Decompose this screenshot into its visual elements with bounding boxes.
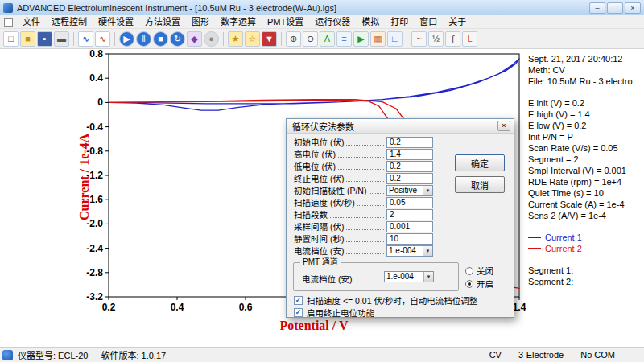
select-value: 1.e-004 [387, 246, 423, 256]
pmt-on-radio[interactable]: 开启 [465, 278, 493, 290]
minimize-button[interactable]: – [589, 2, 605, 14]
menu-item-9[interactable]: 打印 [385, 15, 414, 28]
dialog-field-row: 静置时间 (秒)10 [287, 232, 514, 245]
cv-setup-icon[interactable]: ∿ [78, 31, 93, 47]
info-line-8: Scan Rate (V/s) = 0.05 [528, 142, 642, 154]
pmt-current-range-select[interactable]: 1.e-004 [384, 271, 434, 282]
info-line-10: Smpl Interval (V) = 0.001 [528, 165, 642, 176]
chevron-down-icon[interactable] [423, 186, 432, 195]
dotted-leader [357, 200, 384, 206]
maximize-button[interactable]: □ [607, 2, 623, 14]
overlay-plot-icon[interactable]: ◆ [187, 31, 202, 47]
cv-parameters-dialog: 循环伏安法参数 × 初始电位 (伏)0.2高电位 (伏)1.4低电位 (伏)0.… [286, 118, 514, 318]
radio-off-label: 关闭 [477, 265, 493, 277]
series-current-1 [109, 59, 519, 110]
select-value: Positive [387, 186, 423, 195]
ok-button[interactable]: 确定 [455, 154, 505, 171]
menu-item-7[interactable]: 运行仪器 [309, 15, 356, 28]
pmt-off-radio[interactable]: 关闭 [465, 265, 493, 277]
close-button[interactable]: × [625, 2, 641, 14]
legend-item-1: Current 1 [528, 232, 642, 243]
radio-on-icon[interactable] [465, 280, 473, 288]
dialog-title-bar[interactable]: 循环伏安法参数 × [287, 119, 514, 134]
menu-item-3[interactable]: 方法设置 [139, 15, 186, 28]
field-input-3[interactable]: 0.2 [386, 173, 433, 184]
dialog-close-icon[interactable]: × [497, 121, 510, 131]
radio-off-icon[interactable] [465, 267, 473, 275]
repeat-icon[interactable]: ↻ [170, 31, 185, 47]
open-folder-icon[interactable]: ■ [20, 31, 35, 47]
final-potential-checkbox[interactable]: 启用终止电位功能 [294, 306, 374, 319]
chevron-down-icon[interactable] [423, 246, 432, 256]
field-input-2[interactable]: 0.2 [386, 161, 433, 172]
segment-line-2: Segment 2: [528, 276, 642, 287]
manual-scale-icon[interactable]: Λ [320, 31, 335, 47]
run-icon[interactable]: ▶ [119, 31, 134, 47]
menu-item-1[interactable]: 远程控制 [46, 15, 93, 28]
field-select-4[interactable]: Positive [386, 185, 433, 196]
data-list-icon[interactable]: ≡ [336, 31, 352, 47]
field-input-1[interactable]: 1.4 [386, 149, 433, 160]
zoom-in-icon[interactable]: ⊕ [286, 31, 301, 47]
info-line-12: Quiet Time (s) = 10 [528, 187, 642, 199]
chevron-down-icon[interactable] [423, 272, 433, 282]
y-tick-label: 0 [97, 97, 103, 108]
field-select-9[interactable]: 1.e-004 [386, 245, 433, 257]
axis-setup-icon[interactable]: ∟ [387, 31, 402, 47]
info-gap [528, 87, 642, 97]
dotted-leader [346, 224, 384, 230]
field-input-0[interactable]: 0.2 [386, 137, 433, 148]
field-input-5[interactable]: 0.05 [386, 197, 433, 208]
dotted-leader [346, 139, 384, 146]
menu-item-6[interactable]: PMT设置 [262, 15, 309, 28]
y-tick-label: 0.4 [89, 72, 103, 84]
menu-item-5[interactable]: 数字运算 [215, 15, 262, 28]
calibration-seal-icon[interactable]: ★ [228, 31, 243, 47]
new-file-icon[interactable]: □ [3, 31, 19, 47]
pmt-current-range-label: 电流档位 (安) [302, 273, 352, 285]
y-tick-label: 0.8 [89, 48, 103, 60]
y-tick-label: -2.8 [86, 267, 103, 278]
title-bar: ADVANCED Electroluminescent Instrument -… [0, 0, 644, 15]
color-chart-icon[interactable]: ▦ [370, 31, 386, 47]
field-input-6[interactable]: 2 [386, 209, 433, 220]
dotted-leader [338, 151, 384, 158]
menu-item-0[interactable]: 文件 [17, 15, 46, 28]
menu-item-2[interactable]: 硬件设置 [93, 15, 139, 28]
instrument-model: 仪器型号: ECL-20 [18, 348, 88, 361]
save-icon[interactable]: ▪ [37, 31, 52, 47]
cancel-button[interactable]: 取消 [455, 176, 505, 193]
stop-icon[interactable]: ■ [153, 31, 168, 47]
menu-item-11[interactable]: 关于 [443, 15, 472, 28]
menu-item-10[interactable]: 窗口 [414, 15, 443, 28]
pmt-channel-group: PMT 通道 电流档位 (安) 1.e-004 [293, 262, 459, 291]
segment-line-1: Segment 1: [528, 265, 642, 276]
certificate-icon[interactable]: ☆ [245, 31, 260, 47]
checkbox-icon[interactable] [294, 296, 303, 305]
menu-item-4[interactable]: 图形 [186, 15, 215, 28]
dialog-field-row: 采样间隔 (伏)0.001 [287, 220, 514, 232]
field-input-8[interactable]: 10 [386, 233, 433, 245]
auto-range-checkbox[interactable]: 扫描速度 <= 0.01 伏/秒时，自动电流档位调整 [294, 294, 477, 306]
menu-bar: 文件远程控制硬件设置方法设置图形数字运算PMT设置运行仪器模拟打印窗口关于 [0, 15, 644, 29]
checkbox-icon[interactable] [294, 308, 303, 317]
menu-item-8[interactable]: 模拟 [356, 15, 385, 28]
pmt-control-icon[interactable]: ▼ [262, 31, 277, 47]
dotted-leader [346, 236, 384, 242]
integrate-icon[interactable]: ∫ [445, 31, 460, 47]
legend-label: Current 1 [545, 232, 582, 242]
idle-icon[interactable]: ● [204, 31, 219, 47]
pause-icon[interactable]: ‖ [136, 31, 151, 47]
field-input-7[interactable]: 0.001 [386, 221, 433, 232]
half-derivative-icon[interactable]: ½ [428, 31, 444, 47]
info-line-6: E low (V) = 0.2 [528, 120, 642, 131]
dialog-field-row: 初始电位 (伏)0.2 [287, 136, 514, 148]
dialog-field-row: 电流档位 (安)1.e-004 [287, 245, 514, 257]
zoom-out-icon[interactable]: ⊖ [303, 31, 318, 47]
smooth-icon[interactable]: ~ [411, 31, 427, 47]
info-line-0: Sept. 21, 2017 20:40:12 [528, 53, 642, 64]
print-icon[interactable]: ▬ [54, 31, 69, 47]
technique-icon[interactable]: ∿ [95, 31, 110, 47]
run-experiment-icon[interactable]: ▶ [353, 31, 369, 47]
baseline-icon[interactable]: L [462, 31, 477, 47]
